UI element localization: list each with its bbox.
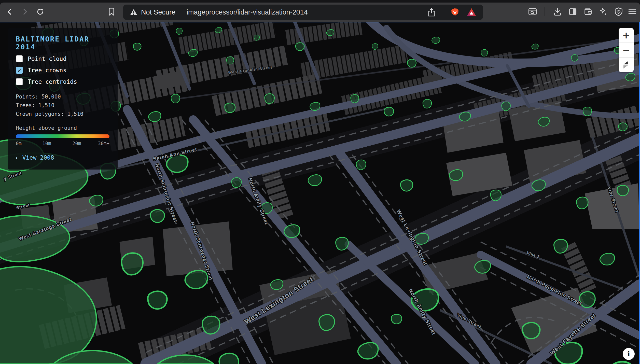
checkbox-icon[interactable] (16, 55, 23, 62)
stats-block: Points: 50,000 Trees: 1,510 Crown polygo… (16, 92, 109, 118)
compass-pitch-button[interactable] (619, 58, 634, 72)
legend-tick: 10m (42, 141, 51, 146)
legend-tick: 20m (72, 141, 81, 146)
attribution-info-button[interactable]: i (623, 348, 635, 360)
layer-control-panel: BALTIMORE LIDAR 2014 Point cloud Tree cr… (8, 28, 118, 170)
browser-window: Not Secure imageprocessor/lidar-visualiz… (0, 0, 640, 364)
legend-tick: 30m+ (98, 141, 109, 146)
download-icon (553, 7, 562, 16)
back-button[interactable] (4, 6, 15, 17)
menu-button[interactable] (627, 6, 638, 17)
security-label: Not Secure (141, 8, 175, 16)
reload-button[interactable] (35, 6, 46, 17)
view-2008-label: View 2008 (22, 154, 54, 161)
layer-toggle-point-cloud[interactable]: Point cloud (16, 55, 109, 62)
hamburger-icon (628, 8, 637, 16)
divider (539, 6, 550, 17)
map-canvas[interactable]: Sarah Ann Street North Schroeder Street … (0, 22, 640, 364)
layer-toggle-tree-crowns[interactable]: Tree crowns (16, 67, 109, 74)
bat-rewards-icon[interactable] (467, 8, 476, 17)
stat-crown-polygons: Crown polygons: 1,510 (16, 110, 109, 118)
view-2008-link[interactable]: ← View 2008 (16, 154, 109, 161)
warning-icon (130, 9, 137, 16)
layer-toggle-tree-centroids[interactable]: Tree centroids (16, 78, 109, 85)
sidebar-button[interactable] (567, 6, 578, 17)
url-bar[interactable]: Not Secure imageprocessor/lidar-visualiz… (123, 5, 483, 20)
legend-gradient (16, 134, 109, 138)
divider (443, 8, 443, 17)
legend-tick: 0m (16, 141, 22, 146)
zoom-in-button[interactable]: + (619, 28, 634, 43)
compass-icon (622, 61, 630, 69)
map-zoom-control: + − (619, 28, 634, 72)
stat-trees: Trees: 1,510 (16, 101, 109, 110)
brave-shield-icon[interactable] (450, 7, 460, 17)
layer-label: Tree centroids (28, 78, 77, 85)
stat-points: Points: 50,000 (16, 92, 109, 101)
chevron-right-icon (24, 9, 26, 14)
shield-wifi-icon (614, 7, 623, 16)
left-arrow-icon: ← (16, 154, 19, 161)
wallet-icon (583, 7, 593, 16)
layer-label: Tree crowns (28, 67, 66, 74)
zoom-out-button[interactable]: − (619, 43, 634, 57)
legend-title: Height above ground (16, 125, 109, 131)
sidebar-icon (568, 7, 577, 16)
height-legend: Height above ground 0m 10m 20m 30m+ (16, 125, 109, 147)
share-icon[interactable] (427, 8, 436, 17)
browser-toolbar: Not Secure imageprocessor/lidar-visualiz… (0, 3, 640, 22)
layer-label: Point cloud (28, 55, 66, 62)
window-search-icon (528, 7, 537, 16)
panel-title: BALTIMORE LIDAR 2014 (16, 35, 109, 51)
checkbox-icon[interactable] (16, 78, 23, 85)
reload-icon (36, 8, 44, 16)
leo-ai-button[interactable] (598, 6, 609, 17)
vpn-button[interactable] (613, 6, 624, 17)
sparkle-icon (599, 7, 608, 16)
legend-ticks: 0m 10m 20m 30m+ (16, 141, 109, 147)
wallet-button[interactable] (582, 6, 594, 17)
downloads-button[interactable] (552, 6, 563, 17)
checkbox-icon[interactable] (16, 67, 23, 74)
chevron-left-icon (8, 9, 11, 14)
bookmark-button[interactable] (106, 6, 117, 17)
forward-button[interactable] (19, 6, 31, 17)
search-window-button[interactable] (527, 6, 538, 17)
url-text: imageprocessor/lidar-visualization-2014 (187, 8, 427, 16)
bookmark-icon (108, 8, 115, 16)
